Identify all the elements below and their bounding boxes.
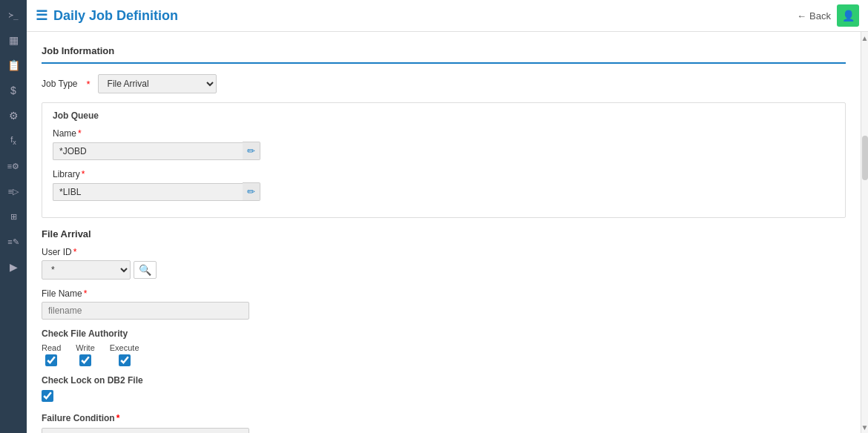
check-lock-title: Check Lock on DB2 File <box>42 375 846 386</box>
calendar-icon: ▦ <box>9 34 19 46</box>
read-label: Read <box>42 343 61 352</box>
file-name-group: File Name* <box>42 288 846 320</box>
sidebar-icon-calendar[interactable]: ▦ <box>1 28 25 52</box>
read-checkbox[interactable] <box>45 354 57 366</box>
section-header-job-information: Job Information <box>42 39 846 64</box>
failure-condition-label: Failure Condition* <box>42 413 846 423</box>
library-edit-icon: ✏ <box>247 186 255 197</box>
list-icon: ≡▷ <box>8 187 19 196</box>
name-edit-button[interactable]: ✏ <box>243 142 260 160</box>
library-input[interactable] <box>53 183 243 201</box>
job-type-row: Job Type * File Arrival Command Schedule <box>42 74 846 93</box>
sidebar: ≻_ ▦ 📋 $ ⚙ fx ≡⚙ ≡▷ ⊞ ≡✎ ▶ <box>0 0 27 433</box>
topbar: ☰ Daily Job Definition ← Back 👤 <box>27 0 868 32</box>
job-type-label: Job Type <box>42 79 77 89</box>
topbar-title-area: ☰ Daily Job Definition <box>36 7 178 24</box>
name-label: Name* <box>53 128 835 139</box>
sidebar-icon-play[interactable]: ▶ <box>1 255 25 279</box>
write-label: Write <box>76 343 94 352</box>
sidebar-icon-list[interactable]: ≡▷ <box>1 179 25 203</box>
file-name-label: File Name* <box>42 288 846 299</box>
sidebar-icon-function[interactable]: fx <box>1 129 25 153</box>
sidebar-icon-list-edit[interactable]: ≡✎ <box>1 230 25 254</box>
scrollbar-thumb[interactable] <box>862 136 868 180</box>
user-id-row: * USER1 USER2 🔍 <box>42 260 846 280</box>
job-queue-title: Job Queue <box>53 110 835 121</box>
user-id-label: User ID* <box>42 247 846 257</box>
clipboard-icon: 📋 <box>7 59 20 71</box>
job-type-select[interactable]: File Arrival Command Schedule <box>98 74 217 93</box>
topbar-actions: ← Back 👤 <box>797 4 859 27</box>
scrollbar-arrow-up[interactable]: ▲ <box>861 32 868 44</box>
sidebar-icon-list-settings[interactable]: ≡⚙ <box>1 154 25 178</box>
terminal-icon: ≻_ <box>8 10 18 20</box>
name-input[interactable] <box>53 142 243 160</box>
file-arrival-title: File Arrival <box>42 228 846 239</box>
library-label: Library* <box>53 169 835 179</box>
checkbox-write: Write <box>76 343 94 366</box>
search-icon: 🔍 <box>139 264 151 276</box>
library-edit-button[interactable]: ✏ <box>243 182 260 201</box>
sidebar-icon-dollar[interactable]: $ <box>1 79 25 102</box>
main-area: ☰ Daily Job Definition ← Back 👤 Job Info… <box>27 0 868 433</box>
job-queue-section: Job Queue Name* ✏ Lib <box>42 102 846 218</box>
settings-icon: ⚙ <box>9 110 19 122</box>
play-icon: ▶ <box>10 261 18 273</box>
sidebar-icon-terminal[interactable]: ≻_ <box>1 3 25 27</box>
library-input-container: ✏ <box>53 182 260 201</box>
name-group: Name* ✏ <box>53 128 835 160</box>
write-checkbox[interactable] <box>79 354 91 366</box>
content-area: Job Information Job Type * File Arrival … <box>27 32 868 433</box>
checkbox-read: Read <box>42 343 61 366</box>
sidebar-icon-layers[interactable]: ⊞ <box>1 205 25 228</box>
check-file-authority-title: Check File Authority <box>42 328 846 339</box>
execute-label: Execute <box>110 343 139 352</box>
form-area: Job Information Job Type * File Arrival … <box>27 32 861 433</box>
menu-icon[interactable]: ☰ <box>36 7 47 24</box>
checkboxes-row: Read Write Execute <box>42 343 846 366</box>
scrollbar-track: ▲ ▼ <box>861 32 868 433</box>
check-file-authority-section: Check File Authority Read Write Execute <box>42 328 846 366</box>
layers-icon: ⊞ <box>10 212 17 222</box>
job-type-required: * <box>86 79 90 90</box>
sidebar-icon-settings[interactable]: ⚙ <box>1 104 25 128</box>
check-lock-section: Check Lock on DB2 File <box>42 375 846 404</box>
file-arrival-section: File Arrival User ID* * USER1 USER2 🔍 <box>42 228 846 433</box>
failure-condition-select[interactable]: Fail On Error Continue Ignore <box>42 428 249 433</box>
check-lock-checkbox[interactable] <box>42 390 53 402</box>
file-name-input[interactable] <box>42 302 249 320</box>
execute-checkbox[interactable] <box>119 354 131 366</box>
user-button[interactable]: 👤 <box>837 4 859 27</box>
failure-condition-section: Failure Condition* Fail On Error Continu… <box>42 413 846 433</box>
checkbox-execute: Execute <box>110 343 139 366</box>
library-group: Library* ✏ <box>53 169 835 201</box>
user-id-group: User ID* * USER1 USER2 🔍 <box>42 247 846 280</box>
sidebar-icon-clipboard[interactable]: 📋 <box>1 53 25 77</box>
list-settings-icon: ≡⚙ <box>7 162 19 171</box>
page-title: Daily Job Definition <box>53 8 178 24</box>
user-id-search-button[interactable]: 🔍 <box>134 261 157 279</box>
back-label: Back <box>809 10 831 22</box>
back-arrow-icon: ← <box>797 10 806 22</box>
user-id-select[interactable]: * USER1 USER2 <box>42 260 131 280</box>
list-edit-icon: ≡✎ <box>7 237 19 247</box>
function-icon: fx <box>10 135 16 146</box>
scrollbar-arrow-down[interactable]: ▼ <box>861 421 868 433</box>
user-icon: 👤 <box>842 10 855 22</box>
back-button[interactable]: ← Back <box>797 10 831 22</box>
dollar-icon: $ <box>10 85 16 96</box>
name-edit-icon: ✏ <box>247 145 255 156</box>
name-input-container: ✏ <box>53 142 260 160</box>
